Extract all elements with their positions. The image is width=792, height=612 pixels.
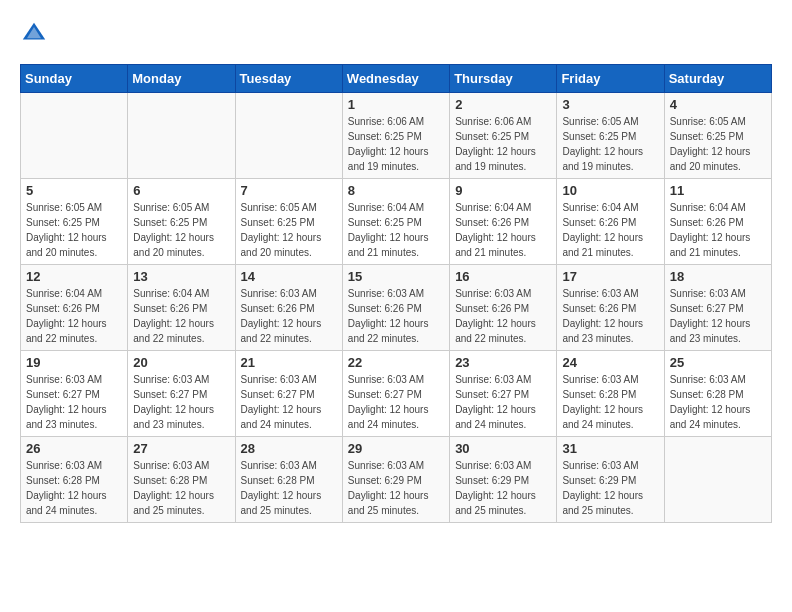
day-number: 23 — [455, 355, 551, 370]
day-number: 12 — [26, 269, 122, 284]
day-info: Sunrise: 6:03 AMSunset: 6:27 PMDaylight:… — [348, 372, 444, 432]
day-number: 2 — [455, 97, 551, 112]
day-info: Sunrise: 6:03 AMSunset: 6:28 PMDaylight:… — [241, 458, 337, 518]
day-info: Sunrise: 6:05 AMSunset: 6:25 PMDaylight:… — [670, 114, 766, 174]
day-info: Sunrise: 6:03 AMSunset: 6:29 PMDaylight:… — [348, 458, 444, 518]
day-info: Sunrise: 6:04 AMSunset: 6:26 PMDaylight:… — [562, 200, 658, 260]
calendar-cell: 18Sunrise: 6:03 AMSunset: 6:27 PMDayligh… — [664, 265, 771, 351]
calendar-cell: 4Sunrise: 6:05 AMSunset: 6:25 PMDaylight… — [664, 93, 771, 179]
day-number: 24 — [562, 355, 658, 370]
calendar-cell: 1Sunrise: 6:06 AMSunset: 6:25 PMDaylight… — [342, 93, 449, 179]
calendar-cell — [235, 93, 342, 179]
calendar-cell — [128, 93, 235, 179]
day-info: Sunrise: 6:03 AMSunset: 6:28 PMDaylight:… — [26, 458, 122, 518]
header-day-wednesday: Wednesday — [342, 65, 449, 93]
calendar-cell: 21Sunrise: 6:03 AMSunset: 6:27 PMDayligh… — [235, 351, 342, 437]
calendar-cell: 28Sunrise: 6:03 AMSunset: 6:28 PMDayligh… — [235, 437, 342, 523]
calendar-cell: 23Sunrise: 6:03 AMSunset: 6:27 PMDayligh… — [450, 351, 557, 437]
week-row-4: 26Sunrise: 6:03 AMSunset: 6:28 PMDayligh… — [21, 437, 772, 523]
day-info: Sunrise: 6:04 AMSunset: 6:26 PMDaylight:… — [133, 286, 229, 346]
day-number: 20 — [133, 355, 229, 370]
calendar-cell: 14Sunrise: 6:03 AMSunset: 6:26 PMDayligh… — [235, 265, 342, 351]
day-number: 9 — [455, 183, 551, 198]
day-info: Sunrise: 6:04 AMSunset: 6:26 PMDaylight:… — [26, 286, 122, 346]
logo-icon — [20, 20, 48, 48]
calendar-cell: 8Sunrise: 6:04 AMSunset: 6:25 PMDaylight… — [342, 179, 449, 265]
day-number: 13 — [133, 269, 229, 284]
calendar-cell: 25Sunrise: 6:03 AMSunset: 6:28 PMDayligh… — [664, 351, 771, 437]
day-number: 25 — [670, 355, 766, 370]
calendar-cell: 12Sunrise: 6:04 AMSunset: 6:26 PMDayligh… — [21, 265, 128, 351]
day-info: Sunrise: 6:06 AMSunset: 6:25 PMDaylight:… — [455, 114, 551, 174]
day-number: 5 — [26, 183, 122, 198]
day-number: 18 — [670, 269, 766, 284]
day-number: 27 — [133, 441, 229, 456]
day-info: Sunrise: 6:03 AMSunset: 6:28 PMDaylight:… — [670, 372, 766, 432]
week-row-3: 19Sunrise: 6:03 AMSunset: 6:27 PMDayligh… — [21, 351, 772, 437]
calendar-cell — [21, 93, 128, 179]
calendar-cell: 15Sunrise: 6:03 AMSunset: 6:26 PMDayligh… — [342, 265, 449, 351]
calendar-cell: 10Sunrise: 6:04 AMSunset: 6:26 PMDayligh… — [557, 179, 664, 265]
day-number: 28 — [241, 441, 337, 456]
calendar-cell: 24Sunrise: 6:03 AMSunset: 6:28 PMDayligh… — [557, 351, 664, 437]
day-info: Sunrise: 6:03 AMSunset: 6:28 PMDaylight:… — [562, 372, 658, 432]
calendar-cell: 6Sunrise: 6:05 AMSunset: 6:25 PMDaylight… — [128, 179, 235, 265]
day-number: 30 — [455, 441, 551, 456]
header-day-thursday: Thursday — [450, 65, 557, 93]
calendar-cell: 9Sunrise: 6:04 AMSunset: 6:26 PMDaylight… — [450, 179, 557, 265]
day-number: 15 — [348, 269, 444, 284]
day-info: Sunrise: 6:03 AMSunset: 6:27 PMDaylight:… — [670, 286, 766, 346]
day-info: Sunrise: 6:03 AMSunset: 6:29 PMDaylight:… — [455, 458, 551, 518]
day-info: Sunrise: 6:03 AMSunset: 6:27 PMDaylight:… — [26, 372, 122, 432]
day-number: 16 — [455, 269, 551, 284]
calendar-cell: 30Sunrise: 6:03 AMSunset: 6:29 PMDayligh… — [450, 437, 557, 523]
day-number: 1 — [348, 97, 444, 112]
day-info: Sunrise: 6:03 AMSunset: 6:26 PMDaylight:… — [562, 286, 658, 346]
day-info: Sunrise: 6:04 AMSunset: 6:26 PMDaylight:… — [670, 200, 766, 260]
calendar-table: SundayMondayTuesdayWednesdayThursdayFrid… — [20, 64, 772, 523]
calendar-cell: 22Sunrise: 6:03 AMSunset: 6:27 PMDayligh… — [342, 351, 449, 437]
calendar-cell: 17Sunrise: 6:03 AMSunset: 6:26 PMDayligh… — [557, 265, 664, 351]
day-number: 10 — [562, 183, 658, 198]
calendar-cell: 11Sunrise: 6:04 AMSunset: 6:26 PMDayligh… — [664, 179, 771, 265]
day-number: 4 — [670, 97, 766, 112]
day-info: Sunrise: 6:04 AMSunset: 6:25 PMDaylight:… — [348, 200, 444, 260]
day-info: Sunrise: 6:03 AMSunset: 6:26 PMDaylight:… — [241, 286, 337, 346]
header-day-friday: Friday — [557, 65, 664, 93]
calendar-cell: 3Sunrise: 6:05 AMSunset: 6:25 PMDaylight… — [557, 93, 664, 179]
calendar-cell: 31Sunrise: 6:03 AMSunset: 6:29 PMDayligh… — [557, 437, 664, 523]
header-row: SundayMondayTuesdayWednesdayThursdayFrid… — [21, 65, 772, 93]
calendar-cell: 16Sunrise: 6:03 AMSunset: 6:26 PMDayligh… — [450, 265, 557, 351]
day-info: Sunrise: 6:03 AMSunset: 6:29 PMDaylight:… — [562, 458, 658, 518]
calendar-cell: 2Sunrise: 6:06 AMSunset: 6:25 PMDaylight… — [450, 93, 557, 179]
logo — [20, 20, 52, 48]
day-number: 3 — [562, 97, 658, 112]
day-info: Sunrise: 6:03 AMSunset: 6:27 PMDaylight:… — [241, 372, 337, 432]
day-info: Sunrise: 6:05 AMSunset: 6:25 PMDaylight:… — [26, 200, 122, 260]
calendar-cell: 13Sunrise: 6:04 AMSunset: 6:26 PMDayligh… — [128, 265, 235, 351]
calendar-cell: 5Sunrise: 6:05 AMSunset: 6:25 PMDaylight… — [21, 179, 128, 265]
day-number: 21 — [241, 355, 337, 370]
day-number: 19 — [26, 355, 122, 370]
day-info: Sunrise: 6:05 AMSunset: 6:25 PMDaylight:… — [133, 200, 229, 260]
calendar-cell: 19Sunrise: 6:03 AMSunset: 6:27 PMDayligh… — [21, 351, 128, 437]
day-number: 31 — [562, 441, 658, 456]
calendar-header: SundayMondayTuesdayWednesdayThursdayFrid… — [21, 65, 772, 93]
header-day-tuesday: Tuesday — [235, 65, 342, 93]
day-number: 8 — [348, 183, 444, 198]
calendar-cell — [664, 437, 771, 523]
day-info: Sunrise: 6:05 AMSunset: 6:25 PMDaylight:… — [562, 114, 658, 174]
header-day-saturday: Saturday — [664, 65, 771, 93]
calendar-cell: 27Sunrise: 6:03 AMSunset: 6:28 PMDayligh… — [128, 437, 235, 523]
day-info: Sunrise: 6:03 AMSunset: 6:28 PMDaylight:… — [133, 458, 229, 518]
day-info: Sunrise: 6:03 AMSunset: 6:26 PMDaylight:… — [348, 286, 444, 346]
day-number: 17 — [562, 269, 658, 284]
header-day-sunday: Sunday — [21, 65, 128, 93]
week-row-2: 12Sunrise: 6:04 AMSunset: 6:26 PMDayligh… — [21, 265, 772, 351]
day-number: 29 — [348, 441, 444, 456]
calendar-body: 1Sunrise: 6:06 AMSunset: 6:25 PMDaylight… — [21, 93, 772, 523]
week-row-0: 1Sunrise: 6:06 AMSunset: 6:25 PMDaylight… — [21, 93, 772, 179]
day-info: Sunrise: 6:06 AMSunset: 6:25 PMDaylight:… — [348, 114, 444, 174]
day-number: 14 — [241, 269, 337, 284]
calendar-cell: 20Sunrise: 6:03 AMSunset: 6:27 PMDayligh… — [128, 351, 235, 437]
